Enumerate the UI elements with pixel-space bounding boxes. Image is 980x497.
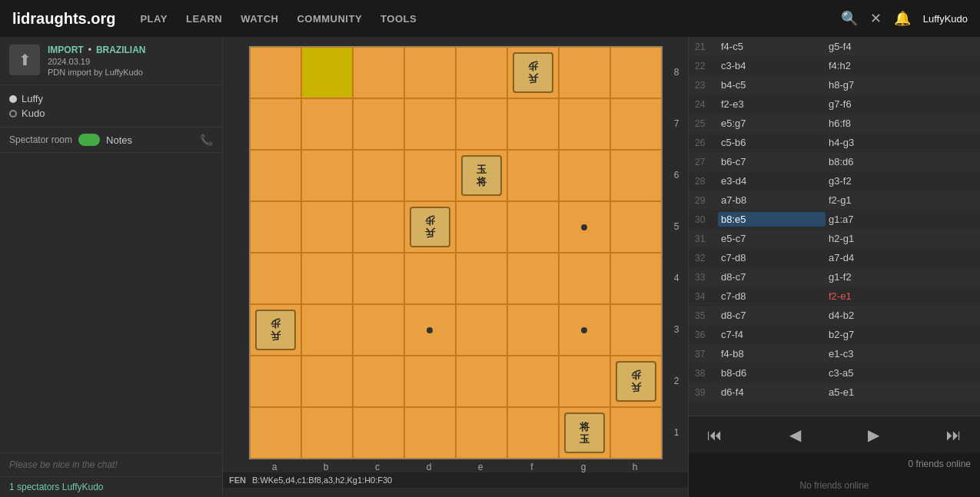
board-cell[interactable] (301, 304, 353, 356)
move-black[interactable]: f2-e1 (826, 289, 933, 303)
move-white[interactable]: d6-f4 (718, 385, 826, 399)
board-cell[interactable] (353, 304, 404, 356)
board-cell[interactable] (353, 356, 404, 407)
board-cell[interactable] (610, 304, 662, 356)
variant-label[interactable]: BRAZILIAN (96, 45, 146, 55)
move-black[interactable]: a5-e1 (826, 385, 933, 399)
piece[interactable]: 将玉 (564, 413, 605, 453)
move-white[interactable]: c7-d8 (718, 250, 826, 265)
move-white[interactable]: e5-c7 (718, 231, 826, 246)
board-cell[interactable] (250, 98, 301, 150)
move-white[interactable]: c3-b4 (718, 58, 826, 73)
board-cell[interactable] (250, 201, 301, 253)
board-cell[interactable] (610, 407, 662, 459)
nav-community[interactable]: COMMUNITY (297, 10, 362, 28)
board-cell[interactable] (559, 253, 610, 304)
move-white[interactable]: b4-c5 (718, 78, 826, 92)
board-cell[interactable] (301, 253, 353, 304)
search-icon[interactable]: 🔍 (841, 10, 858, 27)
move-black[interactable]: b8:d6 (826, 154, 933, 169)
nav-play[interactable]: PLAY (140, 10, 167, 28)
board-cell[interactable] (559, 47, 610, 98)
move-white[interactable]: f4-c5 (718, 39, 826, 54)
board-cell[interactable] (353, 407, 404, 459)
board-cell[interactable] (559, 356, 610, 407)
move-black[interactable]: f4:h2 (826, 58, 933, 73)
board-cell[interactable] (404, 150, 456, 201)
notes-label[interactable]: Notes (106, 134, 132, 146)
move-white[interactable]: c7-d8 (718, 289, 826, 303)
move-white[interactable]: b8-d6 (718, 366, 826, 380)
move-white[interactable]: f2-e3 (718, 97, 826, 111)
board-cell[interactable] (301, 98, 353, 150)
nav-learn[interactable]: LEARN (186, 10, 222, 28)
board-cell[interactable] (250, 47, 301, 98)
board-cell[interactable] (353, 253, 404, 304)
move-black[interactable]: h6:f8 (826, 116, 933, 131)
board-cell[interactable] (250, 356, 301, 407)
board-cell[interactable] (610, 150, 662, 201)
move-black[interactable]: h8-g7 (826, 78, 933, 92)
chat-input[interactable]: Please be nice in the chat! (0, 452, 222, 476)
move-black[interactable]: c3-a5 (826, 366, 933, 380)
move-white[interactable]: e5:g7 (718, 116, 826, 131)
board-cell[interactable] (456, 98, 507, 150)
board-cell[interactable] (353, 150, 404, 201)
username[interactable]: LuffyKudo (923, 13, 968, 25)
board-cell[interactable] (404, 304, 456, 356)
nav-tools[interactable]: TOOLS (380, 10, 417, 28)
board-cell[interactable] (301, 150, 353, 201)
board-grid[interactable]: 兵步玉将兵步兵步兵步将玉 (249, 46, 663, 459)
move-white[interactable]: a7-b8 (718, 193, 826, 207)
board-cell[interactable] (610, 201, 662, 253)
board-cell[interactable] (250, 150, 301, 201)
next-move-button[interactable]: ▶ (862, 422, 885, 447)
board-cell[interactable] (456, 407, 507, 459)
board-cell[interactable] (507, 356, 559, 407)
piece[interactable]: 兵步 (513, 52, 553, 93)
board-cell[interactable] (507, 201, 559, 253)
site-logo[interactable]: lidraughts.org (12, 10, 115, 28)
piece[interactable]: 兵步 (410, 207, 450, 247)
move-black[interactable]: f2-g1 (826, 193, 933, 207)
move-black[interactable]: g3-f2 (826, 174, 933, 188)
board-cell[interactable] (250, 253, 301, 304)
board-cell[interactable] (507, 304, 559, 356)
board-cell[interactable] (610, 47, 662, 98)
board-cell[interactable] (456, 253, 507, 304)
board-cell[interactable] (507, 253, 559, 304)
move-white[interactable]: b8:e5 (718, 212, 826, 227)
close-icon[interactable]: ✕ (870, 10, 882, 27)
move-white[interactable]: d8-c7 (718, 270, 826, 284)
last-move-button[interactable]: ⏭ (940, 423, 968, 447)
move-black[interactable]: a7-d4 (826, 250, 933, 265)
move-black[interactable]: g1-f2 (826, 270, 933, 284)
board-cell[interactable] (456, 304, 507, 356)
move-black[interactable]: g1:a7 (826, 212, 933, 227)
board-cell[interactable] (559, 98, 610, 150)
board-cell[interactable] (250, 407, 301, 459)
move-black[interactable]: e1-c3 (826, 346, 933, 361)
board-cell[interactable] (353, 201, 404, 253)
board-cell[interactable] (301, 407, 353, 459)
piece[interactable]: 玉将 (461, 155, 502, 196)
move-white[interactable]: c7-f4 (718, 327, 826, 342)
board-cell[interactable] (353, 98, 404, 150)
move-black[interactable]: h4-g3 (826, 135, 933, 150)
piece[interactable]: 兵步 (616, 361, 656, 402)
board-cell[interactable] (404, 356, 456, 407)
board-cell[interactable] (301, 356, 353, 407)
board-cell[interactable] (507, 407, 559, 459)
board-cell[interactable] (507, 150, 559, 201)
board-cell[interactable] (456, 201, 507, 253)
move-white[interactable]: f4-b8 (718, 346, 826, 361)
board-cell[interactable] (456, 356, 507, 407)
first-move-button[interactable]: ⏮ (701, 423, 729, 447)
move-black[interactable]: h2-g1 (826, 231, 933, 246)
board-cell[interactable] (404, 47, 456, 98)
board-cell[interactable] (610, 253, 662, 304)
board-cell[interactable] (559, 201, 610, 253)
board-cell[interactable] (353, 47, 404, 98)
move-white[interactable]: b6-c7 (718, 154, 826, 169)
board-cell[interactable] (404, 98, 456, 150)
